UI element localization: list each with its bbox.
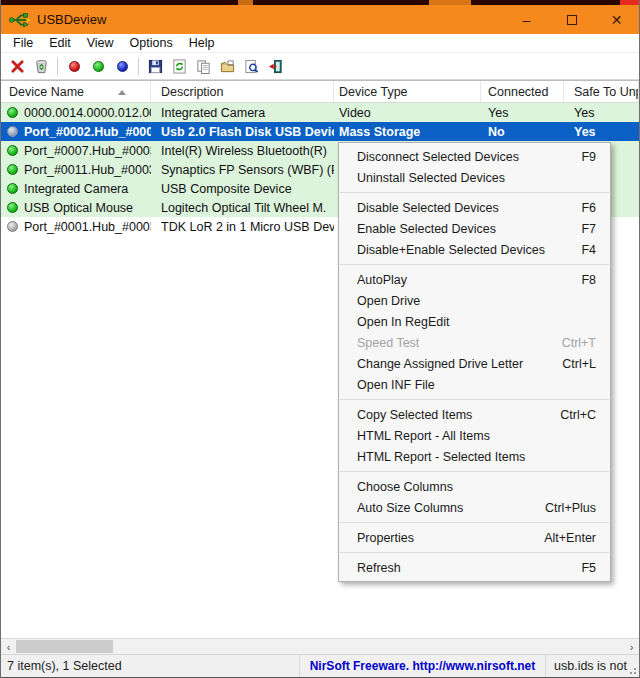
horizontal-scrollbar[interactable]: ‹ › — [1, 638, 639, 654]
properties-icon[interactable] — [215, 55, 239, 78]
device-status-ball-icon — [7, 164, 18, 175]
menubar: File Edit View Options Help — [1, 34, 639, 53]
menu-item-properties[interactable]: Properties Alt+Enter — [339, 527, 610, 548]
window-title: USBDeview — [37, 12, 106, 27]
disable-red-ball-icon[interactable] — [62, 55, 86, 78]
menubar-item-help[interactable]: Help — [181, 34, 223, 52]
column-header-device-type[interactable]: Device Type — [334, 81, 481, 102]
column-header-connected[interactable]: Connected — [481, 81, 564, 102]
statusbar: 7 item(s), 1 Selected NirSoft Freeware. … — [1, 654, 639, 677]
context-menu: Disconnect Selected Devices F9 Uninstall… — [338, 142, 611, 582]
status-usbids-message: usb.ids is not — [546, 655, 639, 677]
enable-green-ball-icon[interactable] — [86, 55, 110, 78]
strip-segment — [238, 0, 253, 5]
find-icon[interactable] — [239, 55, 263, 78]
scroll-right-arrow-icon[interactable]: › — [624, 639, 639, 654]
menu-item-speed-test: Speed Test Ctrl+T — [339, 332, 610, 353]
menubar-item-view[interactable]: View — [79, 34, 122, 52]
menu-item-disable-enable-selected-devices[interactable]: Disable+Enable Selected Devices F4 — [339, 239, 610, 260]
menu-item-choose-columns[interactable]: Choose Columns — [339, 476, 610, 497]
menu-item-auto-size-columns[interactable]: Auto Size Columns Ctrl+Plus — [339, 497, 610, 518]
device-status-ball-icon — [7, 107, 18, 118]
red-ball-icon — [69, 61, 80, 72]
exit-icon[interactable] — [263, 55, 287, 78]
disable-enable-blue-ball-icon[interactable] — [110, 55, 134, 78]
device-status-ball-icon — [7, 221, 18, 232]
menu-item-disconnect-selected-devices[interactable]: Disconnect Selected Devices F9 — [339, 146, 610, 167]
menu-item-open-inf-file[interactable]: Open INF File — [339, 374, 610, 395]
device-status-ball-icon — [7, 202, 18, 213]
resize-grip-icon[interactable] — [627, 665, 637, 675]
copy-icon[interactable] — [191, 55, 215, 78]
usbdeview-window: USBDeview – ✕ File Edit View Options Hel… — [0, 0, 640, 678]
menu-separator — [340, 471, 609, 472]
column-header-device-name[interactable]: Device Name — [1, 81, 151, 102]
menu-item-html-report-all-items[interactable]: HTML Report - All Items — [339, 425, 610, 446]
strip-segment — [620, 0, 640, 5]
uninstall-trash-icon[interactable] — [29, 55, 53, 78]
sort-ascending-icon — [118, 90, 126, 95]
column-header-safe-to-unplug[interactable]: Safe To Unp — [564, 81, 639, 102]
menu-separator — [340, 192, 609, 193]
close-button[interactable]: ✕ — [594, 5, 639, 34]
green-ball-icon — [93, 61, 104, 72]
menu-item-open-drive[interactable]: Open Drive — [339, 290, 610, 311]
scrollbar-thumb[interactable] — [16, 640, 113, 653]
menu-separator — [340, 399, 609, 400]
refresh-icon[interactable] — [167, 55, 191, 78]
column-header-description[interactable]: Description — [151, 81, 334, 102]
menubar-item-edit[interactable]: Edit — [41, 34, 79, 52]
minimize-button[interactable]: – — [504, 5, 549, 34]
titlebar[interactable]: USBDeview – ✕ — [1, 5, 639, 34]
device-status-ball-icon — [7, 183, 18, 194]
background-window-strip — [1, 0, 639, 5]
device-status-ball-icon — [7, 145, 18, 156]
menu-separator — [340, 522, 609, 523]
usb-connector-icon — [9, 11, 31, 29]
status-nirsoft-link[interactable]: NirSoft Freeware. http://www.nirsoft.net — [300, 655, 546, 677]
strip-segment — [429, 0, 471, 5]
menubar-item-file[interactable]: File — [5, 34, 41, 52]
toolbar-separator — [138, 58, 139, 75]
device-status-ball-icon — [7, 126, 18, 137]
disconnect-icon[interactable] — [5, 55, 29, 78]
scrollbar-track[interactable] — [16, 639, 624, 654]
menu-item-copy-selected-items[interactable]: Copy Selected Items Ctrl+C — [339, 404, 610, 425]
menu-item-open-in-regedit[interactable]: Open In RegEdit — [339, 311, 610, 332]
menu-separator — [340, 552, 609, 553]
table-header: Device Name Description Device Type Conn… — [1, 81, 639, 103]
maximize-button[interactable] — [549, 5, 594, 34]
menu-item-change-assigned-drive-letter[interactable]: Change Assigned Drive Letter Ctrl+L — [339, 353, 610, 374]
menu-separator — [340, 264, 609, 265]
maximize-icon — [567, 15, 577, 25]
toolbar-separator — [57, 58, 58, 75]
save-icon[interactable] — [143, 55, 167, 78]
menu-item-html-report-selected-items[interactable]: HTML Report - Selected Items — [339, 446, 610, 467]
table-row[interactable]: Port_#0002.Hub_#0003 Usb 2.0 Flash Disk … — [1, 122, 639, 141]
table-row[interactable]: 0000.0014.0000.012.00... Integrated Came… — [1, 103, 639, 122]
scroll-left-arrow-icon[interactable]: ‹ — [1, 639, 16, 654]
toolbar — [1, 53, 639, 80]
menu-item-autoplay[interactable]: AutoPlay F8 — [339, 269, 610, 290]
menu-item-uninstall-selected-devices[interactable]: Uninstall Selected Devices — [339, 167, 610, 188]
menubar-item-options[interactable]: Options — [122, 34, 181, 52]
blue-ball-icon — [117, 61, 128, 72]
menu-item-enable-selected-devices[interactable]: Enable Selected Devices F7 — [339, 218, 610, 239]
menu-item-disable-selected-devices[interactable]: Disable Selected Devices F6 — [339, 197, 610, 218]
status-item-count: 7 item(s), 1 Selected — [1, 655, 300, 677]
menu-item-refresh[interactable]: Refresh F5 — [339, 557, 610, 578]
